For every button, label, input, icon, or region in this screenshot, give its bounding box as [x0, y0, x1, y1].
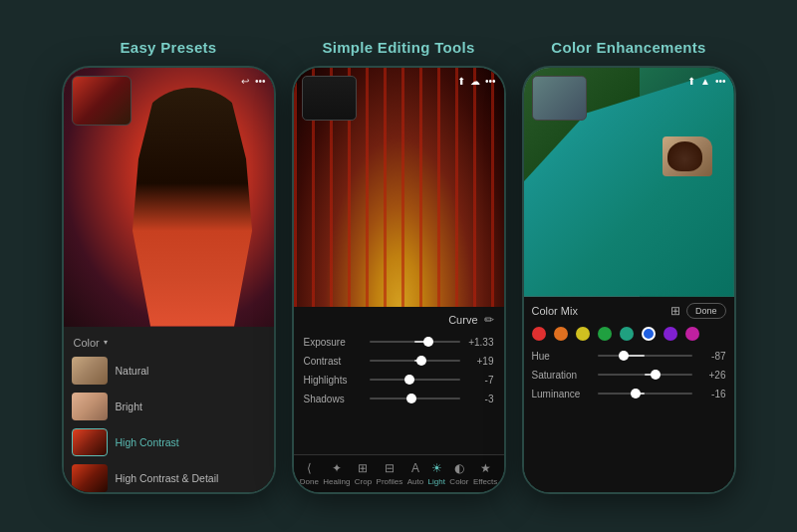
- auto-icon: A: [411, 461, 419, 475]
- color-dot-red[interactable]: [532, 327, 546, 341]
- app-container: Easy Presets ↩ ••• Color ▾: [0, 0, 797, 532]
- toolbar-done[interactable]: ⟨ Done: [300, 461, 319, 486]
- healing-label: Healing: [323, 477, 350, 486]
- hue-thumb[interactable]: [619, 351, 629, 361]
- preset-thumb-bright: [72, 393, 108, 420]
- luminance-track[interactable]: [598, 393, 692, 395]
- color-dot-orange[interactable]: [554, 327, 568, 341]
- chevron-icon[interactable]: ▾: [104, 338, 108, 347]
- share-icon[interactable]: ⬆: [457, 76, 465, 87]
- healing-icon: ✦: [332, 461, 342, 475]
- effects-icon: ★: [480, 461, 491, 475]
- phone1-thumbnail: [72, 76, 132, 126]
- undo-icon[interactable]: ↩: [241, 76, 249, 87]
- luminance-label: Luminance: [532, 389, 592, 399]
- section-title-editing: Simple Editing Tools: [322, 39, 474, 56]
- highlights-value: -7: [466, 375, 494, 386]
- phone-frame-3: ⬆ ▲ ••• Color Mix ⊞ Done: [522, 66, 736, 494]
- saturation-thumb[interactable]: [651, 370, 661, 380]
- slider-row-highlights: Highlights -7: [304, 375, 494, 386]
- more-icon[interactable]: •••: [485, 76, 496, 87]
- color-dot-teal[interactable]: [620, 327, 634, 341]
- color-icon: ◐: [454, 461, 464, 475]
- luminance-thumb[interactable]: [631, 389, 641, 399]
- color-label: Color: [74, 337, 100, 349]
- preset-item-high-contrast-detail[interactable]: High Contrast & Detail: [64, 460, 274, 494]
- crop-icon: ⊞: [358, 461, 368, 475]
- phone1-top-icons: ↩ •••: [241, 76, 266, 87]
- profiles-label: Profiles: [377, 477, 403, 486]
- slider-row-saturation: Saturation +26: [532, 370, 726, 381]
- section-title-easy-presets: Easy Presets: [120, 39, 216, 56]
- presets-panel: Color ▾ Natural Bright High Contrast: [64, 327, 274, 494]
- section-easy-presets: Easy Presets ↩ ••• Color ▾: [62, 39, 276, 494]
- highlights-track[interactable]: [370, 379, 460, 381]
- contrast-label: Contrast: [304, 356, 364, 367]
- grid-icon[interactable]: ⊞: [670, 304, 680, 318]
- auto-label: Auto: [407, 477, 423, 486]
- preset-thumb-high-contrast: [72, 428, 108, 456]
- toolbar-effects[interactable]: ★ Effects: [473, 461, 497, 486]
- exposure-track[interactable]: [370, 341, 460, 343]
- color-header: Color ▾: [64, 333, 274, 353]
- shadows-track[interactable]: [370, 398, 460, 399]
- contrast-track[interactable]: [370, 360, 460, 362]
- section-color-enhancements: Color Enhancements ⬆ ▲ •••: [522, 39, 736, 494]
- preset-item-bright[interactable]: Bright: [64, 389, 274, 424]
- slider-row-luminance: Luminance -16: [532, 389, 726, 399]
- color-dot-yellow[interactable]: [576, 327, 590, 341]
- effects-label: Effects: [473, 477, 497, 486]
- saturation-value: +26: [698, 370, 726, 381]
- phone2-toolbar: ⟨ Done ✦ Healing ⊞ Crop ⊟ Profiles: [294, 454, 504, 492]
- toolbar-profiles[interactable]: ⊟ Profiles: [377, 461, 403, 486]
- share-icon[interactable]: ⬆: [687, 76, 695, 87]
- section-title-color: Color Enhancements: [551, 39, 705, 56]
- toolbar-light[interactable]: ☀ Light: [428, 461, 445, 486]
- phone3-main-photo: ⬆ ▲ •••: [524, 68, 734, 297]
- phone2-main-photo: ⬆ ☁ •••: [294, 68, 504, 307]
- color-mix-panel: Color Mix ⊞ Done: [524, 297, 734, 492]
- preset-item-natural[interactable]: Natural: [64, 353, 274, 389]
- saturation-track[interactable]: [598, 374, 692, 376]
- luminance-value: -16: [698, 389, 726, 399]
- edit-icon[interactable]: ✏: [484, 313, 494, 327]
- toolbar-auto[interactable]: A Auto: [407, 461, 423, 486]
- person-silhouette: [133, 88, 252, 327]
- phone3-content: ⬆ ▲ ••• Color Mix ⊞ Done: [524, 68, 734, 492]
- color-dot-purple[interactable]: [664, 327, 677, 341]
- contrast-thumb[interactable]: [416, 356, 426, 366]
- dog-head: [667, 141, 702, 171]
- hue-track[interactable]: [598, 355, 692, 357]
- shadows-thumb[interactable]: [406, 394, 416, 403]
- preset-item-high-contrast[interactable]: High Contrast: [64, 424, 274, 460]
- exposure-value: +1.33: [466, 337, 494, 348]
- toolbar-crop[interactable]: ⊞ Crop: [355, 461, 372, 486]
- color-dot-magenta[interactable]: [685, 327, 699, 341]
- more-icon[interactable]: •••: [255, 76, 266, 87]
- shadows-label: Shadows: [304, 394, 364, 404]
- toolbar-color[interactable]: ◐ Color: [449, 461, 468, 486]
- done-label: Done: [300, 477, 319, 486]
- preset-name-high-contrast: High Contrast: [116, 436, 179, 448]
- shadows-value: -3: [466, 394, 494, 404]
- color-dots-row: [532, 327, 726, 341]
- cloud-icon[interactable]: ☁: [470, 76, 480, 87]
- saturation-label: Saturation: [532, 370, 592, 381]
- highlights-thumb[interactable]: [404, 375, 414, 385]
- color-dot-green[interactable]: [598, 327, 612, 341]
- color-dot-blue[interactable]: [642, 327, 656, 341]
- done-button[interactable]: Done: [686, 303, 726, 319]
- done-icon: ⟨: [307, 461, 312, 475]
- more-icon[interactable]: •••: [715, 76, 726, 87]
- curve-header: Curve ✏: [294, 307, 504, 333]
- light-label: Light: [428, 477, 445, 486]
- phone-frame-1: ↩ ••• Color ▾ Natural: [62, 66, 276, 494]
- exposure-thumb[interactable]: [423, 337, 433, 347]
- hue-value: -87: [698, 351, 726, 362]
- wifi-icon: ▲: [700, 76, 710, 87]
- toolbar-healing[interactable]: ✦ Healing: [323, 461, 350, 486]
- slider-row-contrast: Contrast +19: [304, 356, 494, 367]
- crop-label: Crop: [355, 477, 372, 486]
- phone1-content: ↩ ••• Color ▾ Natural: [64, 68, 274, 492]
- highlights-label: Highlights: [304, 375, 364, 386]
